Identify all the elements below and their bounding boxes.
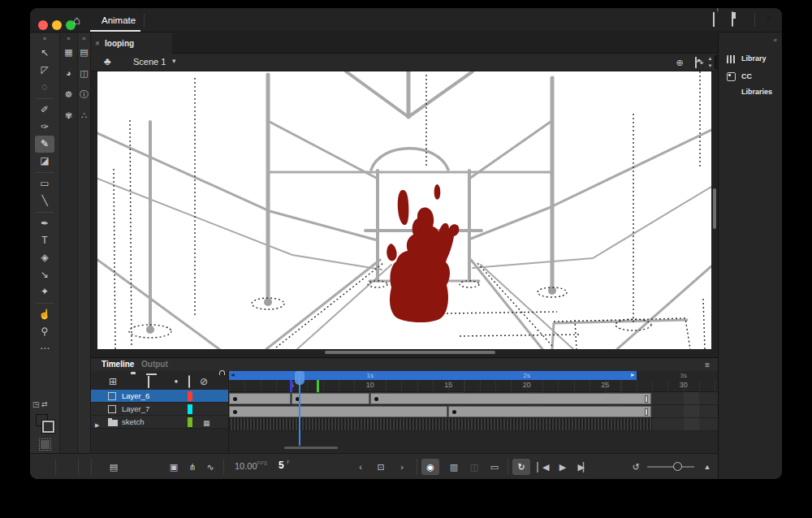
transform-panel-icon[interactable]: ◫ xyxy=(77,66,92,81)
new-folder-button[interactable] xyxy=(123,374,138,389)
frame-row-Layer_7[interactable] xyxy=(229,405,718,418)
playhead[interactable] xyxy=(295,371,304,385)
layer-outline-color-chip[interactable] xyxy=(188,391,192,401)
keyframe-dot[interactable] xyxy=(452,410,456,414)
frame-row-sketch[interactable] xyxy=(229,418,718,431)
onion-skin-range-button[interactable]: ▭ xyxy=(486,459,503,475)
insert-keyframe-icon[interactable]: ⊡ xyxy=(372,459,390,475)
delete-layer-button[interactable] xyxy=(141,374,156,389)
adjustments-icon[interactable]: ☸ xyxy=(62,87,76,102)
timeline-frames-area[interactable]: ◄ ► 1s2s3s 51015202530 xyxy=(228,371,718,453)
layer-stack-icon[interactable]: ▤ xyxy=(105,459,123,475)
step-forward-frame-button[interactable]: ▶▏ xyxy=(574,459,592,475)
panel-menu-icon[interactable]: ≡ xyxy=(705,360,710,369)
layer-outline-color-chip[interactable] xyxy=(188,417,192,427)
paint-bucket-tool-icon[interactable]: ◈ xyxy=(35,249,54,266)
layer-row-Layer_6[interactable]: Layer_6 xyxy=(91,390,228,403)
fluid-brush-tool-icon[interactable]: ✐ xyxy=(35,101,54,119)
line-tool-icon[interactable]: ╲ xyxy=(35,192,54,209)
frame-span[interactable] xyxy=(370,393,651,404)
close-window-button[interactable] xyxy=(38,20,48,30)
frame-span[interactable] xyxy=(292,393,369,404)
eyedropper-tool-icon[interactable]: ↘ xyxy=(35,266,54,283)
more-tools-icon[interactable]: ⋯ xyxy=(35,340,54,357)
scene-name[interactable]: Scene 1 xyxy=(133,57,166,67)
minimize-window-button[interactable] xyxy=(52,20,62,30)
frame-span[interactable] xyxy=(229,406,447,417)
zoom-stepper[interactable]: ▲▼ xyxy=(706,55,714,70)
edit-symbols-icon[interactable]: ♣ xyxy=(104,55,111,67)
classic-brush-tool-icon[interactable]: ✑ xyxy=(35,119,54,136)
default-colors-icon[interactable]: ◳ ⇄ xyxy=(32,400,58,410)
layer-parenting-icon[interactable]: ⋔ xyxy=(184,459,201,475)
rectangle-tool-icon[interactable]: ▭ xyxy=(35,175,54,192)
text-tool-icon[interactable]: T xyxy=(35,232,54,249)
reset-timeline-zoom-icon[interactable]: ↺ xyxy=(627,459,645,475)
stage-canvas[interactable] xyxy=(97,71,711,349)
outline-column-icon[interactable] xyxy=(182,374,197,389)
hide-all-layers-icon[interactable]: ⊘ xyxy=(197,374,211,389)
camera-icon[interactable]: ▣ xyxy=(165,459,183,475)
color-palette-icon[interactable]: ◕ xyxy=(62,66,76,81)
folder-expand-icon[interactable]: ▶ xyxy=(95,419,99,431)
frame-span[interactable] xyxy=(448,406,651,417)
layer-outline-color-chip[interactable] xyxy=(188,404,192,414)
hand-tool-icon[interactable]: ☝ xyxy=(35,306,54,323)
frame-span[interactable] xyxy=(229,393,291,404)
scene-chevron-down-icon[interactable]: ▾ xyxy=(172,57,176,65)
home-icon[interactable]: ⌂ xyxy=(73,13,80,27)
workspace-icon[interactable] xyxy=(732,12,748,28)
play-button[interactable]: ▶ xyxy=(554,459,572,475)
loop-range-bar[interactable]: ◄ ► xyxy=(229,371,637,380)
selection-tool-icon[interactable]: ↖ xyxy=(35,45,54,62)
expand-dock-icon[interactable]: » xyxy=(60,33,77,45)
frame-rate-value[interactable]: 10.00FPS xyxy=(235,460,267,471)
frame-row-Layer_6[interactable] xyxy=(229,392,718,405)
clip-content-box-icon[interactable] xyxy=(689,56,703,69)
panel-library[interactable]: Library xyxy=(719,51,782,67)
onion-skin-button[interactable]: ◉ xyxy=(421,459,439,475)
eraser-tool-icon[interactable]: ◪ xyxy=(35,153,54,170)
pen-tool-icon[interactable]: ✒ xyxy=(35,215,54,232)
stage-vertical-scrollbar[interactable] xyxy=(713,188,716,229)
tab-output[interactable]: Output xyxy=(141,358,168,371)
lock-all-layers-icon[interactable] xyxy=(211,374,226,389)
app-tab[interactable]: Animate xyxy=(90,8,147,32)
center-stage-icon[interactable]: ⊕ xyxy=(672,56,687,69)
zoom-tool-icon[interactable]: ⚲ xyxy=(35,323,54,340)
loop-playback-button[interactable]: ↻ xyxy=(512,459,530,475)
tab-timeline[interactable]: Timeline xyxy=(102,358,134,371)
asset-warp-tool-icon[interactable]: ✦ xyxy=(35,283,54,300)
loop-start-icon[interactable]: ◄ xyxy=(230,372,235,378)
keyframe-dot[interactable] xyxy=(233,410,237,414)
assets-panel-icon[interactable]: ∴ xyxy=(77,108,92,123)
close-document-icon[interactable]: × xyxy=(95,33,100,54)
step-back-frame-button[interactable]: ▏◀ xyxy=(533,459,551,475)
pencil-tool-icon[interactable]: ✎ xyxy=(35,136,54,153)
timeline-zoom-knob[interactable] xyxy=(673,462,682,471)
document-tab[interactable]: × looping hearth.fla* xyxy=(91,33,172,54)
new-layer-button[interactable]: ⊞ xyxy=(106,374,120,389)
step-forward-keyframe-icon[interactable]: › xyxy=(393,459,411,475)
timeline-zoom-slider[interactable] xyxy=(647,466,694,468)
stroke-color-swatch[interactable] xyxy=(42,421,54,433)
maximize-frame-view-icon[interactable]: ▲ xyxy=(698,459,716,475)
subselection-tool-icon[interactable]: ◸ xyxy=(35,62,54,79)
lasso-tool-icon[interactable]: ◌ xyxy=(35,79,54,96)
current-frame-value[interactable]: 5 F xyxy=(279,460,290,471)
collapse-toolbar-icon[interactable]: « xyxy=(30,33,59,45)
share-icon[interactable] xyxy=(713,12,729,28)
test-movie-icon[interactable] xyxy=(762,12,778,28)
timeline-horizontal-scrollbar[interactable] xyxy=(284,447,338,449)
expand-dock-icon[interactable]: » xyxy=(78,33,90,45)
layer-row-Layer_7[interactable]: Layer_7 xyxy=(91,403,228,416)
info-panel-icon[interactable]: ⓘ xyxy=(77,87,92,102)
layer-row-sketch[interactable]: ▶sketch▦ xyxy=(91,416,228,429)
collapsed-folder-frames[interactable] xyxy=(229,418,652,430)
graph-editor-icon[interactable]: ∿ xyxy=(201,459,219,475)
panel-grid-icon[interactable]: ▦ xyxy=(62,45,76,60)
collapse-dock-icon[interactable]: « xyxy=(774,37,777,44)
onion-skin-outlines-button[interactable]: ▥ xyxy=(445,459,463,475)
stage-horizontal-scrollbar[interactable] xyxy=(325,351,495,354)
edit-multiple-frames-button[interactable]: ◫ xyxy=(465,459,483,475)
